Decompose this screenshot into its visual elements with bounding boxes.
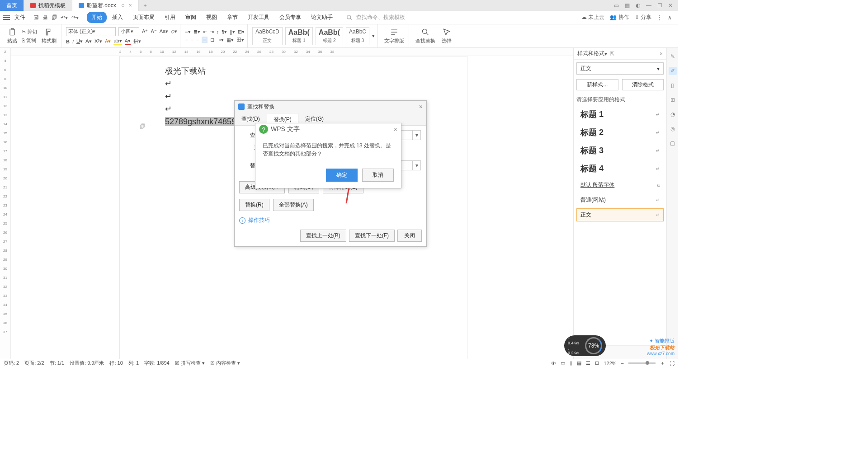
clipboard-pane-icon[interactable]: ⊞ (669, 96, 677, 104)
find-replace-button[interactable]: 查找替换 (414, 28, 437, 44)
shapes-pane-icon[interactable]: ◔ (669, 110, 677, 118)
find-next-button[interactable]: 查找下一处(F) (349, 230, 395, 242)
table-border-button[interactable]: 田▾ (236, 37, 244, 43)
font-size-select[interactable]: 小四 ▾ (118, 27, 139, 36)
shrink-font-button[interactable]: A⁻ (151, 28, 156, 34)
operation-tips-link[interactable]: i 操作技巧 (235, 214, 426, 227)
borders-button[interactable]: ⊞▾ (238, 29, 245, 35)
style-item-h2[interactable]: 标题 2↵ (576, 124, 664, 141)
close-window-button[interactable]: ✕ (666, 2, 675, 9)
collapse-ribbon-icon[interactable]: ∧ (668, 14, 672, 21)
underline-button[interactable]: U▾ (76, 38, 83, 44)
menu-start[interactable]: 开始 (87, 12, 107, 23)
hamburger-menu-icon[interactable] (3, 15, 10, 20)
eye-mode-icon[interactable]: 👁 (551, 361, 556, 366)
menu-review[interactable]: 审阅 (181, 12, 201, 23)
decrease-indent-button[interactable]: ⇤ (203, 29, 207, 35)
font-family-select[interactable]: 宋体 (正文) ▾ (66, 27, 116, 36)
status-page-number[interactable]: 页码: 2 (4, 360, 19, 367)
paste-button[interactable]: 粘贴 (5, 28, 19, 44)
menu-view[interactable]: 视图 (202, 12, 222, 23)
close-dialog-button[interactable]: 关闭 (397, 230, 422, 242)
more-menu[interactable]: ⋮ (657, 14, 662, 21)
style-item-default-para[interactable]: 默认 段落字体a (576, 179, 664, 192)
reading-pane-icon[interactable]: ▢ (669, 139, 677, 147)
format-brush-button[interactable]: 格式刷 (40, 28, 58, 44)
status-spellcheck[interactable]: ☒ 拼写检查 ▾ (175, 360, 205, 367)
save-button[interactable]: 🖫 (33, 14, 39, 21)
replace-all-button[interactable]: 全部替换(A) (273, 199, 314, 211)
sort-button[interactable]: ↕ (217, 29, 219, 34)
status-section[interactable]: 节: 1/1 (50, 360, 64, 367)
dialog-titlebar[interactable]: 查找和替换 × (235, 101, 426, 113)
strike-button[interactable]: A̶▾ (85, 38, 92, 44)
text-effect-button[interactable]: A▾ (105, 38, 111, 44)
empty-para[interactable]: ↵ (165, 77, 467, 90)
status-position[interactable]: 设置值: 9.9厘米 (70, 360, 104, 367)
doc-title-text[interactable]: 极光下载站 (165, 65, 467, 77)
tab-button[interactable]: ⇥▾ (217, 37, 224, 43)
read-mode-icon[interactable]: ▭ (561, 360, 565, 366)
cooperate-link[interactable]: 👥 协作 (610, 14, 629, 21)
zoom-level[interactable]: 122% (604, 361, 616, 366)
cut-button[interactable]: ✂ 剪切 (22, 28, 37, 35)
status-wordcount[interactable]: 字数: 1/894 (144, 360, 170, 367)
zoom-slider[interactable] (628, 362, 656, 364)
align-left-button[interactable]: ≡ (185, 37, 188, 42)
menu-insert[interactable]: 插入 (108, 12, 127, 23)
style-item-h3[interactable]: 标题 3↵ (576, 142, 664, 159)
style-h1[interactable]: AaBb(标题 1 (285, 27, 313, 45)
align-right-button[interactable]: ≡ (196, 37, 199, 42)
bullets-button[interactable]: ≡▾ (185, 29, 190, 35)
new-style-button[interactable]: 新样式... (576, 79, 618, 90)
replace-dropdown-icon[interactable]: ▾ (412, 161, 420, 170)
maximize-button[interactable]: ☐ (656, 2, 664, 9)
share-link[interactable]: ⇪ 分享 (635, 14, 651, 21)
highlight-color-button[interactable]: ab▾ (113, 38, 122, 45)
view-outline-icon[interactable]: ☰ (586, 360, 590, 366)
status-col[interactable]: 列: 1 (128, 360, 139, 367)
redo-button[interactable]: ↷▾ (71, 14, 79, 21)
layout-icon[interactable]: ▭ (612, 2, 620, 9)
menu-pagelayout[interactable]: 页面布局 (128, 12, 159, 23)
zoom-out-button[interactable]: − (621, 361, 624, 366)
status-doccheck[interactable]: ☒ 内容检查 ▾ (210, 360, 240, 367)
preview-button[interactable]: 🗐 (52, 14, 57, 21)
styles-pane-icon[interactable]: ✐ (669, 67, 677, 75)
panel-pin-icon[interactable]: ⇱ (610, 51, 614, 57)
find-prev-button[interactable]: 查找上一处(B) (300, 230, 346, 242)
phonetic-button[interactable]: 拼▾ (133, 38, 141, 45)
styles-more-button[interactable]: ▾ (372, 33, 375, 39)
style-h3[interactable]: AaBbC标题 3 (346, 27, 369, 45)
panel-close-button[interactable]: × (660, 51, 663, 57)
clear-style-button[interactable]: 清除格式 (622, 79, 664, 90)
select-pane-icon[interactable]: ▯ (669, 81, 677, 89)
align-justify-button[interactable]: ≡ (202, 37, 207, 43)
menu-reference[interactable]: 引用 (160, 12, 180, 23)
tab-templates[interactable]: 找稻壳模板 (24, 0, 72, 11)
clear-format-button[interactable]: ◇▾ (171, 28, 177, 34)
tab-close-button[interactable]: × (129, 2, 132, 9)
status-line[interactable]: 行: 10 (109, 360, 123, 367)
dialog-close-button[interactable]: × (419, 103, 423, 110)
undo-button[interactable]: ↶▾ (61, 14, 68, 21)
style-item-normal-web[interactable]: 普通(网站)↵ (576, 193, 664, 207)
print-button[interactable]: 🖶 (42, 14, 48, 21)
confirm-titlebar[interactable]: ? WPS 文字 × (255, 123, 401, 135)
text-layout-button[interactable]: 文字排版 (382, 28, 406, 44)
ok-button[interactable]: 确定 (326, 169, 358, 182)
copy-button[interactable]: ⎘ 复制 (22, 37, 37, 44)
shading-button[interactable]: ▦▾ (226, 37, 234, 43)
style-item-h1[interactable]: 标题 1↵ (576, 106, 664, 122)
style-h2[interactable]: AaBb(标题 2 (316, 27, 343, 45)
grow-font-button[interactable]: A⁺ (142, 28, 148, 34)
avatar-icon[interactable]: ◐ (634, 2, 642, 9)
toolbox-icon[interactable]: ✎ (669, 52, 677, 61)
italic-button[interactable]: I (72, 39, 74, 44)
select-button[interactable]: 选择 (440, 28, 453, 44)
net-speed-widget[interactable]: ↑ 0.4K/s ↓ 0.2K/s 73% (564, 335, 606, 356)
super-sub-button[interactable]: X²▾ (94, 38, 102, 44)
status-page[interactable]: 页面: 2/2 (24, 360, 44, 367)
minimize-button[interactable]: — (645, 2, 653, 9)
style-item-h4[interactable]: 标题 4↵ (576, 160, 664, 177)
